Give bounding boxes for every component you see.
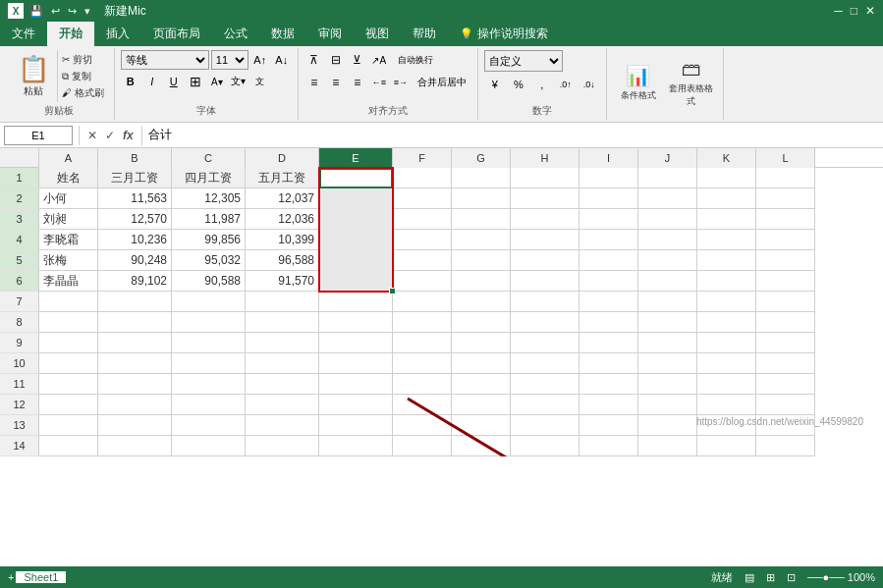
cell-c6[interactable]: 90,588 (172, 271, 246, 292)
redo-quick-btn[interactable]: ↪ (66, 5, 79, 18)
cell-f2[interactable] (393, 188, 452, 209)
cell-h14[interactable] (511, 436, 579, 456)
format-painter-button[interactable]: 🖌 格式刷 (62, 86, 104, 100)
cell-g7[interactable] (452, 292, 511, 312)
align-center-btn[interactable]: ≡ (326, 73, 346, 92)
cell-k4[interactable] (697, 230, 756, 250)
cell-e10[interactable] (319, 353, 393, 374)
cell-c7[interactable] (172, 292, 246, 312)
cell-j11[interactable] (638, 374, 697, 395)
decimal-dec-btn[interactable]: .0↓ (579, 74, 600, 95)
col-header-h[interactable]: H (511, 148, 579, 168)
underline-button[interactable]: U (164, 72, 184, 91)
cell-b4[interactable]: 10,236 (98, 230, 172, 250)
border-button[interactable]: ⊞ (186, 72, 205, 91)
name-box[interactable] (4, 126, 73, 145)
align-right-btn[interactable]: ≡ (348, 73, 367, 92)
cell-j4[interactable] (638, 230, 697, 250)
cell-e9[interactable] (319, 333, 393, 353)
cell-b11[interactable] (98, 374, 172, 395)
cell-k5[interactable] (697, 250, 756, 271)
cell-f11[interactable] (393, 374, 452, 395)
cell-e4[interactable] (319, 230, 393, 250)
cell-c3[interactable]: 11,987 (172, 209, 246, 230)
wubi-button[interactable]: 文 (250, 72, 270, 91)
cell-g9[interactable] (452, 333, 511, 353)
cell-e6[interactable] (319, 271, 393, 292)
cell-l1[interactable] (756, 168, 815, 188)
cell-b10[interactable] (98, 353, 172, 374)
cell-d2[interactable]: 12,037 (246, 188, 319, 209)
cell-a5[interactable]: 张梅 (39, 250, 98, 271)
cell-b12[interactable] (98, 395, 172, 415)
cell-i9[interactable] (579, 333, 638, 353)
cell-b13[interactable] (98, 415, 172, 436)
cell-f9[interactable] (393, 333, 452, 353)
tab-page-layout[interactable]: 页面布局 (141, 22, 212, 46)
font-name-select[interactable]: 等线 (121, 50, 209, 70)
cell-h2[interactable] (511, 188, 579, 209)
cell-d12[interactable] (246, 395, 319, 415)
indent-decrease-btn[interactable]: ←≡ (369, 73, 389, 92)
cell-h4[interactable] (511, 230, 579, 250)
cell-b1[interactable]: 三月工资 (98, 168, 172, 188)
tab-insert[interactable]: 插入 (94, 22, 141, 46)
tab-home[interactable]: 开始 (47, 22, 94, 46)
italic-button[interactable]: I (142, 72, 162, 91)
confirm-icon[interactable]: ✓ (103, 129, 117, 142)
cell-i3[interactable] (579, 209, 638, 230)
cell-e2[interactable] (319, 188, 393, 209)
decrease-font-btn[interactable]: A↓ (272, 50, 292, 70)
cell-a7[interactable] (39, 292, 98, 312)
cell-k8[interactable] (697, 312, 756, 333)
col-header-d[interactable]: D (246, 148, 319, 168)
cell-c13[interactable] (172, 415, 246, 436)
cell-d13[interactable] (246, 415, 319, 436)
cell-g2[interactable] (452, 188, 511, 209)
cell-c10[interactable] (172, 353, 246, 374)
minimize-btn[interactable]: ─ (834, 4, 843, 18)
cell-a8[interactable] (39, 312, 98, 333)
cell-g14[interactable] (452, 436, 511, 456)
cell-f6[interactable] (393, 271, 452, 292)
cell-g13[interactable] (452, 415, 511, 436)
cell-l3[interactable] (756, 209, 815, 230)
col-header-k[interactable]: K (697, 148, 756, 168)
text-rotate-btn[interactable]: ↗A (369, 50, 389, 70)
cell-i10[interactable] (579, 353, 638, 374)
cell-k7[interactable] (697, 292, 756, 312)
formula-input[interactable] (148, 126, 879, 145)
col-header-e[interactable]: E (319, 148, 393, 168)
maximize-btn[interactable]: □ (851, 4, 857, 18)
cell-h3[interactable] (511, 209, 579, 230)
cell-l13[interactable] (756, 415, 815, 436)
cell-a6[interactable]: 李晶晶 (39, 271, 98, 292)
wrap-text-btn[interactable]: 自动换行 (391, 50, 440, 70)
cell-a2[interactable]: 小何 (39, 188, 98, 209)
cell-j6[interactable] (638, 271, 697, 292)
cell-k3[interactable] (697, 209, 756, 230)
cell-h5[interactable] (511, 250, 579, 271)
cell-b8[interactable] (98, 312, 172, 333)
cell-f4[interactable] (393, 230, 452, 250)
cell-i14[interactable] (579, 436, 638, 456)
cell-h6[interactable] (511, 271, 579, 292)
col-header-f[interactable]: F (393, 148, 452, 168)
cell-e3[interactable] (319, 209, 393, 230)
undo-quick-btn[interactable]: ↩ (49, 5, 62, 18)
cell-j13[interactable] (638, 415, 697, 436)
cell-i11[interactable] (579, 374, 638, 395)
comma-btn[interactable]: , (531, 74, 553, 95)
cell-h12[interactable] (511, 395, 579, 415)
cell-f5[interactable] (393, 250, 452, 271)
cell-d11[interactable] (246, 374, 319, 395)
cell-k11[interactable] (697, 374, 756, 395)
cell-j5[interactable] (638, 250, 697, 271)
tab-formulas[interactable]: 公式 (212, 22, 259, 46)
cell-b5[interactable]: 90,248 (98, 250, 172, 271)
number-format-select[interactable]: 自定义 (484, 50, 563, 72)
cell-l11[interactable] (756, 374, 815, 395)
tab-file[interactable]: 文件 (0, 22, 47, 46)
tab-view[interactable]: 视图 (354, 22, 401, 46)
cell-e5[interactable] (319, 250, 393, 271)
